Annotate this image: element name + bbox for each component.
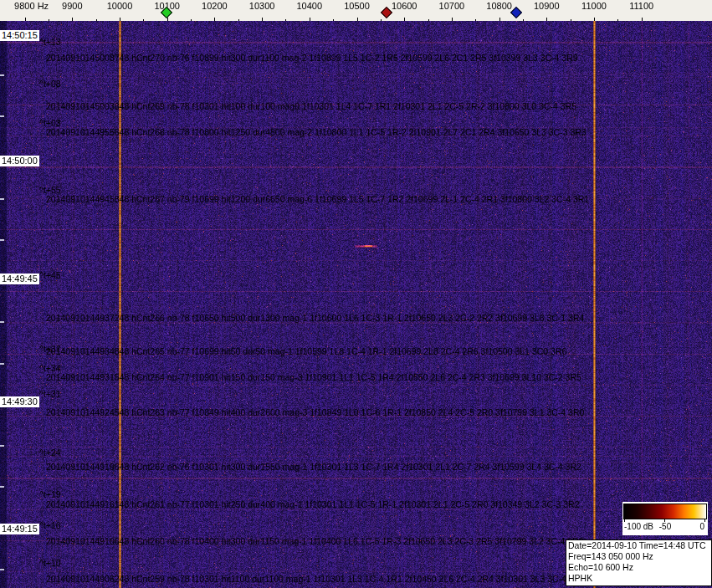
freq-label: 10400 [297, 1, 323, 11]
freq-label: 10200 [202, 1, 228, 11]
blue-marker-diamond[interactable] [510, 7, 522, 18]
db-max-label: 0 [699, 522, 704, 531]
freq-tick [642, 18, 643, 21]
freq-minor-tick [571, 19, 571, 21]
freq-tick [452, 18, 453, 21]
freq-minor-tick [49, 19, 49, 21]
info-station-code: HPHK [568, 573, 709, 584]
freq-minor-tick [96, 19, 97, 21]
detection-line: 20140910144937248 hCnt266 nb-78 f10650 h… [46, 314, 584, 323]
db-mid-label: -50 [659, 522, 671, 531]
time-tick [0, 198, 4, 200]
freq-tick [120, 18, 120, 21]
detection-line: 20140910145003848 hCnt269 nb-78 f10301 h… [46, 102, 576, 111]
freq-label: 10300 [249, 1, 275, 11]
freq-label: 10800 [486, 1, 512, 11]
detection-line: 20140910144919648 hCnt262 nb-76 f10301 h… [46, 463, 581, 472]
freq-minor-tick [143, 19, 144, 21]
detection-line: 20140910144955648 hCnt268 nb-78 f10800 h… [46, 128, 587, 137]
freq-minor-tick [617, 19, 618, 21]
detection-line: 20140910144916148 hCnt261 nb-77 f10301 h… [46, 500, 580, 509]
time-label: 14:49:15 [0, 524, 39, 534]
freq-tick [594, 18, 595, 21]
freq-label: 10700 [439, 1, 465, 11]
freq-minor-tick [475, 19, 476, 21]
time-tick [0, 486, 4, 488]
info-frequency: Freq=143 050 000 Hz [568, 551, 709, 562]
spectrogram-overlays: ^t+13^t+08^t+03^t+55^t+45^t+37^t+34^t+31… [0, 0, 712, 588]
detection-line: 20140910144910648 hCnt260 nb-78 f10400 h… [46, 537, 584, 546]
db-scale-labels: -100 dB -50 0 [622, 522, 708, 534]
info-echo-frequency: Echo=10 600 Hz [568, 562, 709, 573]
time-tick [0, 363, 4, 365]
freq-tick [499, 18, 500, 21]
freq-label: 9900 [62, 1, 82, 11]
freq-label: 10900 [534, 1, 560, 11]
time-offset-marker: ^t+19 [39, 490, 61, 499]
status-info-box: Date=2014-09-10 Time=14:48 UTC Freq=143 … [566, 539, 712, 586]
freq-label: 10600 [392, 1, 417, 11]
freq-label: 11000 [581, 1, 607, 11]
time-tick [0, 74, 4, 76]
detection-line: 20140910144934848 hCnt265 nb-77 f10699 h… [46, 347, 566, 356]
time-offset-marker: ^t+10 [39, 559, 61, 568]
freq-minor-tick [191, 19, 192, 21]
meteor-echo-monitor: 9800 Hz990010000101001020010300104001050… [0, 0, 712, 588]
freq-minor-tick [428, 19, 429, 21]
time-label: 14:50:00 [0, 156, 39, 166]
freq-tick [310, 18, 310, 21]
detection-line: 20140910144924548 hCnt263 nb-77 f10849 h… [46, 408, 584, 417]
freq-minor-tick [381, 19, 382, 21]
time-offset-marker: ^t+08 [39, 79, 61, 89]
freq-label: 9800 Hz [14, 1, 49, 11]
freq-minor-tick [285, 19, 286, 21]
freq-minor-tick [238, 19, 239, 21]
time-offset-marker: ^t+31 [39, 390, 61, 399]
time-label: 14:49:30 [0, 396, 39, 407]
freq-tick [262, 18, 263, 21]
time-tick [0, 321, 4, 323]
frequency-axis: 9800 Hz990010000101001020010300104001050… [0, 0, 712, 21]
db-gradient-bar [623, 504, 707, 519]
detection-line: 20140910144945848 hCnt267 nb-79 f10699 h… [46, 195, 589, 204]
detection-line: 20140910144906248 hCnt259 nb-78 f10301 h… [46, 575, 585, 584]
freq-label: 11100 [629, 1, 653, 11]
db-color-scale: -100 dB -50 0 [622, 502, 708, 535]
freq-label: 10500 [344, 1, 370, 11]
time-label: 14:50:15 [0, 30, 39, 41]
freq-tick [404, 18, 405, 21]
freq-tick [214, 18, 215, 21]
time-label: 14:49:45 [0, 274, 39, 284]
time-tick [0, 115, 4, 117]
time-offset-marker: ^t+16 [39, 521, 61, 530]
freq-minor-tick [333, 19, 334, 21]
time-offset-marker: ^t+45 [39, 271, 61, 280]
freq-minor-tick [523, 19, 524, 21]
detection-line: 20140910145008748 hCnt270 nb-76 f10899 h… [46, 54, 578, 63]
freq-tick [25, 18, 26, 21]
time-offset-marker: ^t+24 [39, 448, 61, 458]
time-tick [0, 445, 4, 447]
freq-label: 10000 [107, 1, 133, 11]
freq-tick [357, 18, 358, 21]
freq-tick [167, 18, 168, 21]
detection-line: 20140910144931548 hCnt264 nb-77 f10901 h… [46, 373, 581, 382]
freq-tick [72, 18, 73, 21]
time-tick [0, 569, 4, 570]
time-tick [0, 239, 4, 241]
info-date-time: Date=2014-09-10 Time=14:48 UTC [568, 540, 709, 551]
freq-tick [546, 18, 547, 21]
time-offset-marker: ^t+13 [39, 38, 61, 47]
db-min-label: -100 dB [624, 522, 653, 531]
